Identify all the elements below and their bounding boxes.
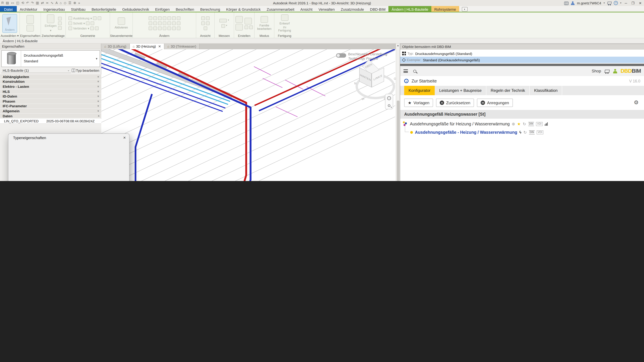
match-properties-icon[interactable] <box>58 26 62 30</box>
type-selector[interactable]: DruckausdehnungsgefäßStandard ▼ <box>1 50 100 67</box>
history-icon[interactable]: ↻ <box>524 130 527 135</box>
view-tab[interactable]: ⌂ 3D (Heizung) ✕ <box>130 43 164 49</box>
qat-icon[interactable]: ≍ <box>46 0 49 6</box>
add-icon[interactable]: ⊕ <box>512 121 515 126</box>
zuruecksetzen-button[interactable]: ✕Zurücksetzen <box>436 98 474 107</box>
ribbon-tab[interactable]: Ansicht <box>297 6 316 12</box>
settings-gear-icon[interactable]: ⚙ <box>634 99 639 106</box>
qat-icon[interactable]: ▭ <box>11 0 14 6</box>
qat-icon[interactable]: ∿ <box>51 0 54 6</box>
edit-family-button[interactable]: Familie bearbeiten <box>257 14 272 33</box>
menu-icon[interactable] <box>404 69 408 73</box>
model-3d-view[interactable] <box>101 43 395 181</box>
din-badge[interactable]: DIN <box>528 122 534 126</box>
view-tab-close-icon[interactable]: ✕ <box>158 44 161 48</box>
property-category-row[interactable]: Konstruktion» <box>0 79 101 84</box>
drawing-area[interactable]: ⌂ 3D (Lüftung) ⌂ 3D (Heizung) ✕ ⌂ 3D (Tr… <box>101 43 400 181</box>
scrollbar-thumb[interactable] <box>397 100 400 181</box>
user-menu-caret-icon[interactable]: ▾ <box>604 2 605 4</box>
toggle-switch-icon[interactable] <box>336 53 346 58</box>
din-badge[interactable]: DIN <box>529 130 535 134</box>
help-icon[interactable]: ? <box>614 1 618 5</box>
dbd-panel-title[interactable]: Objekte bemustern mit DBD-BIM <box>400 43 644 50</box>
ribbon-tab[interactable]: Einfügen <box>152 6 173 12</box>
back-icon[interactable]: ‹ <box>404 79 408 83</box>
dialog-close-button[interactable]: × <box>123 135 126 140</box>
type-properties-icon[interactable] <box>26 15 34 24</box>
ribbon-tab[interactable]: DBD-BIM <box>367 6 388 12</box>
join-geometry-menu[interactable]: Verbinden▾ <box>68 26 98 30</box>
ribbon-collapse-button[interactable]: ▾ <box>462 7 468 11</box>
anregungen-button[interactable]: ✉Anregungen <box>477 98 513 107</box>
modify-button[interactable]: Ändern <box>2 14 17 33</box>
qat-icon[interactable]: ⌂ <box>60 0 62 6</box>
minimize-button[interactable]: ─ <box>624 1 628 5</box>
edit-type-button[interactable]: Typ bearbeiten <box>71 68 100 72</box>
qat-icon[interactable]: R <box>1 0 4 6</box>
search-icon[interactable] <box>413 69 416 72</box>
ribbon-tab[interactable]: Berechnung <box>197 6 223 12</box>
qat-icon[interactable]: ⇄ <box>41 0 44 6</box>
viewport-vertical-scrollbar[interactable]: ▲ ▼ <box>396 43 400 181</box>
ribbon-tab[interactable]: Zusammenarbeit <box>264 6 297 12</box>
zoom-icon[interactable] <box>388 104 390 107</box>
ribbon-tab[interactable]: Stahlbau <box>68 6 88 12</box>
design-to-fabrication-button[interactable]: Entwurf zu Fertigung <box>277 14 292 33</box>
ribbon-tab-context[interactable]: Ändern | HLS-Bauteile <box>388 6 431 12</box>
ribbon-tab[interactable]: Körper & Grundstück <box>223 6 264 12</box>
property-category-row[interactable]: HLS» <box>0 89 101 94</box>
dbd-tab[interactable]: Klassifikation <box>530 86 562 95</box>
view-tab[interactable]: ⌂ 3D (Trinkwasser) <box>164 43 200 49</box>
shop-link[interactable]: Shop <box>592 69 601 73</box>
dbd-exemplar-row[interactable]: Exemplar: Standard (Druckausdehnungsgefä… <box>400 57 644 63</box>
qat-icon[interactable]: ↶ <box>26 0 29 6</box>
qat-icon[interactable]: ▥ <box>36 0 39 6</box>
ribbon-tab[interactable]: Betonfertigteile <box>88 6 119 12</box>
property-category-row[interactable]: IFC-Parameter» <box>0 104 101 109</box>
user-name[interactable]: m.goetz7W6C4 <box>577 1 601 5</box>
history-icon[interactable]: ↻ <box>523 121 526 126</box>
paste-icon[interactable] <box>47 14 54 23</box>
ribbon-tab-rohrsysteme[interactable]: Rohrsysteme <box>431 6 459 12</box>
property-category-row[interactable]: Allgemein» <box>0 109 101 113</box>
view-tab[interactable]: ⌂ 3D (Lüftung) <box>101 43 130 49</box>
vdi-badge[interactable]: VDI <box>536 122 543 126</box>
property-category-row[interactable]: Daten» <box>0 114 101 118</box>
properties-header[interactable]: Eigenschaften <box>0 43 101 49</box>
qat-icon[interactable]: ◇ <box>64 0 66 6</box>
ribbon-tab[interactable]: Architektur <box>16 6 40 12</box>
property-row[interactable]: LIN_QTO_EXPORTED 2025-03-06T08:08:44.002… <box>0 119 101 124</box>
steering-wheel-icon[interactable] <box>387 96 391 100</box>
property-category-row[interactable]: ID-Daten» <box>0 94 101 99</box>
qat-icon[interactable]: ▤ <box>6 0 9 6</box>
cart-icon[interactable] <box>604 69 610 73</box>
qat-icon[interactable]: ◫ <box>16 0 19 6</box>
qat-icon[interactable]: ☰ <box>68 0 72 6</box>
qat-icon[interactable]: ↷ <box>31 0 34 6</box>
property-category-row[interactable]: Elektro - Lasten» <box>0 84 101 89</box>
type-selector-caret-icon[interactable]: ▼ <box>95 57 98 60</box>
element-filter-dropdown[interactable]: HLS-Bauteile (1) ⌄ <box>1 68 71 73</box>
dbd-tab[interactable]: Regeln der Technik <box>486 86 530 95</box>
tree-item-parent[interactable]: Ausdehnungsgefäße für Heizung / Wasserer… <box>403 121 548 126</box>
back-to-start-link[interactable]: Zur Startseite <box>412 79 437 83</box>
file-tab[interactable]: Datei <box>0 6 16 12</box>
cope-menu[interactable]: Ausklinkung▾ <box>68 16 101 20</box>
account-icon[interactable] <box>613 69 617 73</box>
ribbon-tab[interactable]: Zusatzmodule <box>338 6 367 12</box>
statistics-icon[interactable] <box>544 122 548 126</box>
vorlagen-button[interactable]: ★Vorlagen <box>404 98 433 107</box>
ribbon-tab[interactable]: Gebäudetechnik <box>119 6 152 12</box>
ribbon-tab[interactable]: Verwalten <box>316 6 338 12</box>
dbd-tab[interactable]: Leistungen + Baupreise <box>435 86 486 95</box>
quick-assign-icon[interactable]: ϟ <box>519 130 522 135</box>
store-cart-icon[interactable] <box>607 1 612 5</box>
activate-controls-button[interactable]: Aktivieren <box>114 14 129 33</box>
properties-palette-icon[interactable] <box>26 25 34 31</box>
favorite-icon[interactable]: ★ <box>517 121 521 126</box>
dbd-tab[interactable]: Konfigurator <box>404 86 435 95</box>
copy-icon[interactable] <box>58 21 62 25</box>
qat-icon[interactable]: ⟲ <box>21 0 24 6</box>
dbd-typ-row[interactable]: Typ: Druckausdehnungsgefäß (Standard) <box>400 50 644 57</box>
close-button[interactable]: ✕ <box>638 1 643 5</box>
